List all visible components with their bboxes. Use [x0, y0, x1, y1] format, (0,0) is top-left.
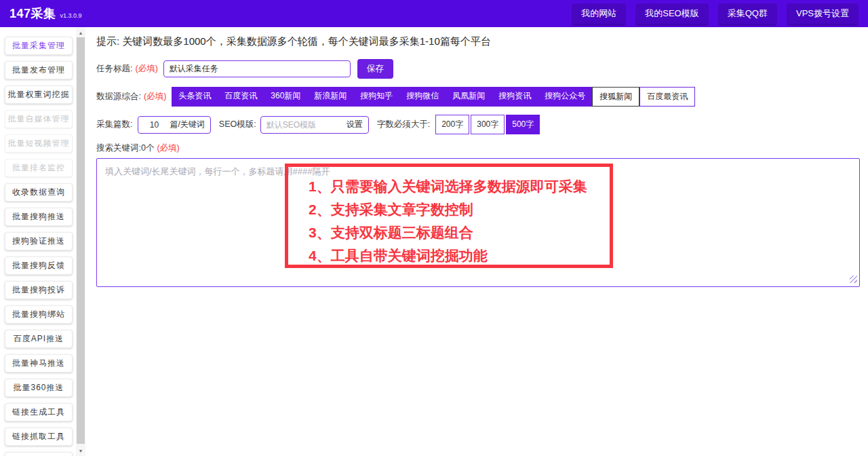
keywords-textarea-wrap: 1、只需要输入关键词选择多数据源即可采集 2、支持采集文章字数控制 3、支持双标… — [96, 158, 860, 287]
datasource-required: (必填) — [144, 91, 166, 102]
sidebar-item-batch-publish[interactable]: 批量发布管理 — [5, 61, 73, 79]
word-option-300[interactable]: 300字 — [471, 115, 505, 134]
sidebar-item-index-query[interactable]: 收录数据查询 — [5, 183, 73, 202]
tab-sogou-weixin[interactable]: 搜狗微信 — [399, 87, 446, 107]
keywords-count-label: 搜索关键词:0个 — [96, 142, 154, 154]
sidebar-item-sogou-complaint[interactable]: 批量搜狗投诉 — [5, 281, 73, 299]
keywords-label-row: 搜索关键词:0个 (必填) — [96, 142, 860, 154]
sidebar-item-sogou-verify-push[interactable]: 搜狗验证推送 — [5, 232, 73, 250]
topnav-my-website[interactable]: 我的网站 — [572, 3, 626, 24]
sidebar-item-sogou-bind-site[interactable]: 批量搜狗绑站 — [5, 305, 73, 324]
word-count-options: 200字 300字 500字 — [435, 115, 540, 134]
tab-sogou-news[interactable]: 搜狗资讯 — [492, 87, 538, 107]
topnav-vps-dial-settings[interactable]: VPS拨号设置 — [787, 3, 859, 24]
app-brand: 147采集 v1.3.0.9 — [9, 5, 82, 22]
collect-count-unit: 篇/关键词 — [170, 119, 210, 130]
annotation-line: 3、支持双标题三标题组合 — [309, 221, 604, 244]
datasource-row: 数据源综合: (必填) 头条资讯 百度资讯 360新闻 新浪新闻 搜狗知乎 搜狗… — [96, 87, 860, 107]
collect-count-box: 篇/关键词 — [138, 116, 210, 134]
seo-template-input[interactable] — [261, 120, 347, 130]
task-title-required: (必填) — [135, 63, 157, 75]
sidebar-item-self-media: 批量自媒体管理 — [5, 110, 73, 128]
tab-sogou-gongzhonghao[interactable]: 搜狗公众号 — [538, 87, 592, 107]
task-title-label: 任务标题: — [96, 63, 132, 75]
annotation-line: 1、只需要输入关键词选择多数据源即可采集 — [309, 175, 604, 198]
sidebar-item-sogou-push[interactable]: 批量搜狗推送 — [5, 208, 73, 226]
scroll-down-icon[interactable]: ▼ — [76, 446, 85, 455]
word-option-200[interactable]: 200字 — [435, 115, 469, 134]
sidebar-item-short-video: 批量短视频管理 — [5, 134, 73, 153]
tab-fenghuang-news[interactable]: 凤凰新闻 — [446, 87, 492, 107]
collect-count-input[interactable] — [138, 120, 170, 130]
sidebar-item-link-generate[interactable]: 链接生成工具 — [5, 403, 73, 421]
word-option-500[interactable]: 500字 — [506, 115, 540, 134]
topbar: 147采集 v1.3.0.9 我的网站 我的SEO模版 采集QQ群 VPS拨号设… — [0, 0, 868, 27]
app-title: 147采集 — [9, 5, 56, 22]
datasource-label: 数据源综合: — [96, 91, 141, 102]
tab-sogou-zhihu[interactable]: 搜狗知乎 — [353, 87, 399, 107]
resize-grip-icon[interactable] — [850, 276, 857, 283]
sidebar-item-rank-monitor: 批量排名监控 — [5, 159, 73, 177]
sidebar-item-pseudo-original[interactable]: 伪原创工具 — [5, 452, 73, 456]
app-version: v1.3.0.9 — [60, 12, 82, 19]
sidebar-item-weight-word-mining[interactable]: 批量权重词挖掘 — [5, 86, 73, 104]
tab-baidu-news[interactable]: 百度资讯 — [218, 87, 264, 107]
tab-sohu-news[interactable]: 搜狐新闻 — [592, 87, 639, 107]
seo-settings-link[interactable]: 设置 — [347, 119, 368, 130]
datasource-tabs: 头条资讯 百度资讯 360新闻 新浪新闻 搜狗知乎 搜狗微信 凤凰新闻 搜狗资讯… — [172, 87, 695, 107]
main-content: 提示: 关键词数最多1000个，采集数据源多个轮循，每个关键词最多采集1-10篇… — [85, 27, 868, 456]
tab-sina-news[interactable]: 新浪新闻 — [307, 87, 353, 107]
sidebar-item-batch-collect[interactable]: 批量采集管理 — [5, 37, 73, 55]
word-count-label: 字数必须大于: — [377, 119, 430, 130]
tab-360-news[interactable]: 360新闻 — [264, 87, 307, 107]
topnav: 我的网站 我的SEO模版 采集QQ群 VPS拨号设置 — [572, 3, 859, 24]
sidebar-item-shenma-push[interactable]: 批量神马推送 — [5, 354, 73, 373]
hint-text: 提示: 关键词数最多1000个，采集数据源多个轮循，每个关键词最多采集1-10篇… — [96, 35, 860, 48]
seo-template-box: 设置 — [260, 116, 369, 134]
sidebar-scrollbar[interactable]: ▲ ▼ — [76, 27, 85, 456]
scroll-up-icon[interactable]: ▲ — [76, 28, 85, 37]
sidebar-item-360-push[interactable]: 批量360推送 — [5, 379, 73, 397]
topnav-collect-qq-group[interactable]: 采集QQ群 — [718, 3, 777, 24]
annotation-box: 1、只需要输入关键词选择多数据源即可采集 2、支持采集文章字数控制 3、支持双标… — [285, 164, 613, 268]
topnav-my-seo-template[interactable]: 我的SEO模版 — [635, 3, 708, 24]
task-title-input[interactable] — [163, 60, 351, 77]
sidebar-item-baidu-api-push[interactable]: 百度API推送 — [5, 330, 73, 348]
save-button[interactable]: 保存 — [357, 59, 393, 79]
collect-count-label: 采集篇数: — [96, 119, 132, 130]
tab-toutiao-news[interactable]: 头条资讯 — [172, 87, 218, 107]
tab-baidu-zui-news[interactable]: 百度最资讯 — [639, 87, 695, 107]
annotation-line: 2、支持采集文章字数控制 — [309, 198, 604, 221]
collect-settings-row: 采集篇数: 篇/关键词 SEO模版: 设置 字数必须大于: 200字 300字 … — [96, 115, 860, 134]
sidebar: 批量采集管理 批量发布管理 批量权重词挖掘 批量自媒体管理 批量短视频管理 批量… — [0, 27, 76, 456]
scrollbar-thumb[interactable] — [77, 37, 85, 444]
annotation-line: 4、工具自带关键词挖掘功能 — [309, 244, 604, 267]
sidebar-item-link-grab[interactable]: 链接抓取工具 — [5, 428, 73, 446]
sidebar-item-sogou-feedback[interactable]: 批量搜狗反馈 — [5, 256, 73, 275]
task-title-row: 任务标题: (必填) 保存 — [96, 59, 860, 79]
keywords-required: (必填) — [157, 142, 179, 154]
layout: 批量采集管理 批量发布管理 批量权重词挖掘 批量自媒体管理 批量短视频管理 批量… — [0, 27, 868, 456]
seo-template-label: SEO模版: — [219, 119, 256, 130]
